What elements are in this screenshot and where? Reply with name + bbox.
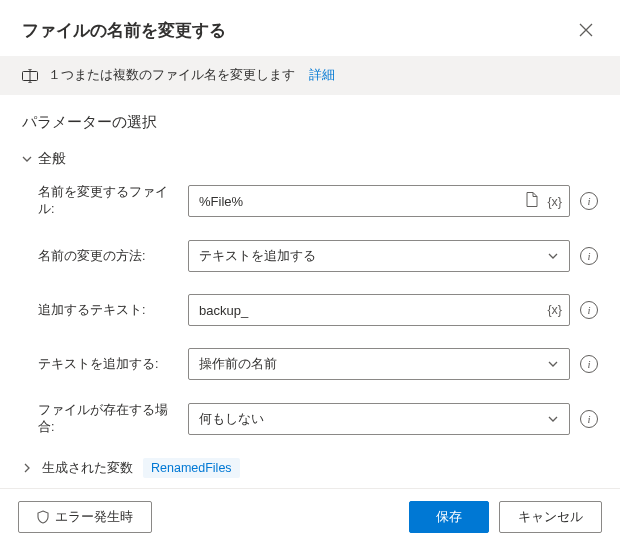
text-to-add-input[interactable]: backup_ [188, 294, 570, 326]
generated-var-chip[interactable]: RenamedFiles [143, 458, 240, 478]
section-title: パラメーターの選択 [22, 113, 598, 132]
chevron-down-icon [547, 250, 559, 262]
param-label: 名前の変更の方法: [38, 248, 178, 265]
close-icon [579, 23, 593, 37]
rename-method-value: テキストを追加する [199, 247, 316, 265]
save-button[interactable]: 保存 [409, 501, 489, 533]
if-file-exists-select[interactable]: 何もしない [188, 403, 570, 435]
group-general-header[interactable]: 全般 [22, 150, 598, 168]
generated-vars-label: 生成された変数 [42, 459, 133, 477]
info-details-link[interactable]: 詳細 [309, 67, 335, 84]
chevron-down-icon [22, 154, 32, 164]
rename-icon [22, 69, 38, 83]
param-file-to-rename: 名前を変更するファイル: %File% {x} i [38, 184, 598, 218]
info-icon[interactable]: i [580, 355, 598, 373]
add-text-position-select[interactable]: 操作前の名前 [188, 348, 570, 380]
chevron-down-icon [547, 358, 559, 370]
dialog-footer: エラー発生時 保存 キャンセル [0, 489, 620, 545]
info-icon[interactable]: i [580, 247, 598, 265]
param-if-file-exists: ファイルが存在する場合: 何もしない i [38, 402, 598, 436]
param-label: 名前を変更するファイル: [38, 184, 178, 218]
param-label: 追加するテキスト: [38, 302, 178, 319]
info-text: １つまたは複数のファイル名を変更します [48, 67, 295, 84]
chevron-down-icon [547, 413, 559, 425]
on-error-button[interactable]: エラー発生時 [18, 501, 152, 533]
cancel-label: キャンセル [518, 508, 583, 526]
cancel-button[interactable]: キャンセル [499, 501, 602, 533]
if-file-exists-value: 何もしない [199, 410, 264, 428]
chevron-right-icon [22, 461, 32, 476]
save-label: 保存 [436, 508, 462, 526]
add-text-position-value: 操作前の名前 [199, 355, 277, 373]
param-add-text-position: テキストを追加する: 操作前の名前 i [38, 348, 598, 380]
group-general-label: 全般 [38, 150, 66, 168]
rename-method-select[interactable]: テキストを追加する [188, 240, 570, 272]
generated-variables-row[interactable]: 生成された変数 RenamedFiles [22, 458, 598, 478]
file-to-rename-input[interactable]: %File% [188, 185, 570, 217]
info-icon[interactable]: i [580, 410, 598, 428]
dialog-header: ファイルの名前を変更する [0, 0, 620, 56]
dialog-title: ファイルの名前を変更する [22, 19, 226, 42]
info-icon[interactable]: i [580, 301, 598, 319]
info-icon[interactable]: i [580, 192, 598, 210]
text-to-add-value: backup_ [199, 303, 535, 318]
variable-picker-icon[interactable]: {x} [547, 303, 562, 317]
param-label: テキストを追加する: [38, 356, 178, 373]
param-text-to-add: 追加するテキスト: backup_ {x} i [38, 294, 598, 326]
info-bar: １つまたは複数のファイル名を変更します 詳細 [0, 56, 620, 95]
param-label: ファイルが存在する場合: [38, 402, 178, 436]
shield-icon [37, 510, 49, 524]
file-to-rename-value: %File% [199, 194, 511, 209]
file-picker-icon[interactable] [525, 192, 539, 211]
close-button[interactable] [574, 18, 598, 42]
on-error-label: エラー発生時 [55, 508, 133, 526]
param-rename-method: 名前の変更の方法: テキストを追加する i [38, 240, 598, 272]
dialog-body: パラメーターの選択 全般 名前を変更するファイル: %File% {x} i [0, 95, 620, 488]
params-group: 名前を変更するファイル: %File% {x} i 名前の変更の方法: テキスト… [22, 184, 598, 436]
variable-picker-icon[interactable]: {x} [547, 194, 562, 208]
